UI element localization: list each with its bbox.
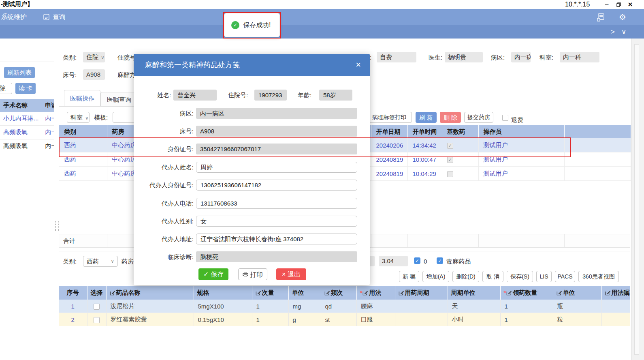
surgery-dept: 内一 — [42, 139, 54, 153]
minimize-button[interactable]: – — [602, 0, 612, 9]
surgery-row[interactable]: 小儿内耳淋... 内一 — [0, 112, 54, 126]
bottom-category-label: 类别: — [63, 256, 77, 267]
agent-name-input[interactable]: 周婷 — [196, 162, 357, 173]
right-gutter — [631, 39, 644, 360]
chevron-right-icon[interactable]: > — [611, 25, 615, 39]
drug-qty[interactable]: 1 — [500, 313, 553, 326]
order-operator: 测试用户 — [478, 138, 564, 152]
order-category[interactable]: 西药 — [59, 167, 107, 181]
chevron-down-icon[interactable]: ∨ — [621, 25, 626, 39]
delete-button[interactable]: 删 除 — [440, 112, 461, 123]
drug-freq[interactable]: st — [321, 313, 356, 326]
discharge-button-partial[interactable]: 院 — [0, 83, 12, 94]
edit-icon — [256, 290, 261, 297]
drug-dose[interactable]: 1 — [252, 313, 288, 326]
required-asterisk: * — [360, 289, 363, 296]
col-empty — [564, 125, 631, 138]
order-category[interactable]: 西药 — [59, 138, 107, 152]
modal-close-icon[interactable]: × — [356, 54, 361, 76]
drug-usage[interactable]: 腰麻 — [356, 300, 395, 313]
drug-usage-note[interactable] — [601, 313, 630, 326]
drug-name[interactable]: 泼尼松片 — [106, 300, 194, 313]
gear-icon[interactable]: ⚙ — [619, 9, 626, 25]
modal-print-button[interactable]: 打印 — [238, 268, 267, 280]
menu-query[interactable]: 查询 — [53, 9, 66, 25]
drug-cycle[interactable] — [395, 300, 448, 313]
category-select[interactable]: 住院∨ — [83, 52, 105, 62]
dropdown-icon: ∨ — [111, 256, 114, 266]
order-category[interactable]: 西药 — [59, 152, 107, 167]
drug-qty[interactable]: 1 — [500, 300, 553, 313]
narcotic-checkbox[interactable]: ✓ — [437, 257, 443, 264]
drug-name[interactable]: 罗红霉素胶囊 — [106, 313, 194, 326]
age-label: 年龄: — [298, 90, 311, 101]
col-seq: 序号 — [59, 286, 87, 300]
modal-header[interactable]: 麻醉和第一类精神药品处方笺 × — [134, 54, 370, 76]
drug-freq[interactable]: qd — [321, 300, 356, 313]
drug-qty-unit[interactable]: 瓶 — [553, 300, 601, 313]
anesthesia-label: 麻醉方 — [117, 69, 136, 80]
refresh-button[interactable]: 刷 新 — [416, 112, 437, 123]
new-order-button[interactable]: 新 嘱 — [399, 271, 419, 282]
col-qty-unit: 单位 — [553, 286, 601, 300]
drug-cycle[interactable] — [395, 313, 448, 326]
bottom-category-select[interactable]: 西药∨ — [83, 256, 118, 267]
surgery-row[interactable]: 高频吸氧 内一 — [0, 139, 54, 153]
agent-address-label: 代办人地址: — [134, 234, 194, 244]
refund-checkbox[interactable]: ✓ — [502, 115, 508, 121]
edit-icon — [399, 290, 404, 297]
drug-row[interactable]: 1 ✓ 泼尼松片 5mgX100 1 mg qd 腰麻 天 1 瓶 — [59, 300, 630, 313]
add-button[interactable]: 增加(A) — [422, 271, 449, 282]
surgery-row[interactable]: 高频吸氧 内一 — [0, 126, 54, 139]
close-window-button[interactable]: × — [625, 0, 635, 9]
ward-label: 病区: — [491, 52, 505, 63]
panel-splitter[interactable] — [55, 221, 59, 231]
menu-system-maintenance[interactable]: 系统维护 — [1, 9, 27, 25]
zero-checkbox[interactable]: ✓ — [414, 257, 420, 264]
total-label: 合计 — [63, 234, 75, 247]
edit-icon — [605, 290, 610, 297]
vertical-scrollbar[interactable] — [634, 44, 639, 355]
base-drug-checkbox[interactable]: ✓ — [447, 143, 453, 149]
base-drug-checkbox[interactable]: ✓ — [447, 171, 453, 177]
drug-usage-note[interactable] — [601, 300, 630, 313]
modal-exit-button[interactable]: × 退出 — [276, 268, 306, 280]
inpatient-no-label: 住院号 — [117, 52, 136, 63]
drug-dose[interactable]: 1 — [252, 300, 288, 313]
drug-spec: 0.15gX10 — [194, 313, 252, 326]
patient360-button[interactable]: 360患者视图 — [578, 271, 619, 282]
refresh-list-button[interactable]: 刷新列表 — [4, 67, 35, 78]
drug-select-checkbox[interactable]: ✓ — [94, 304, 100, 310]
cancel-button[interactable]: 取 消 — [482, 271, 503, 282]
dept-filter-select[interactable]: 科室∨ — [67, 112, 90, 123]
drug-select-checkbox[interactable]: ✓ — [94, 317, 100, 323]
pathology-label-print-button[interactable]: 病理标签打印 — [367, 112, 412, 123]
surgery-name[interactable]: 高频吸氧 — [0, 139, 42, 153]
surgery-name[interactable]: 小儿内耳淋... — [0, 112, 42, 126]
agent-address-input[interactable]: 辽宁省沈阳市六枝特长春街r座 374082 — [196, 234, 357, 244]
drug-unit: g — [288, 313, 321, 326]
agent-gender-input[interactable]: 女 — [196, 216, 357, 227]
drug-qty-unit[interactable]: 粒 — [553, 313, 601, 326]
tab-order-operation[interactable]: 医嘱操作 — [64, 90, 100, 106]
drug-usage[interactable]: 口服 — [356, 313, 395, 326]
agent-id-input[interactable]: 130625193606147182 — [196, 180, 357, 191]
agent-phone-input[interactable]: 13117608633 — [196, 198, 357, 209]
surgery-name[interactable]: 高频吸氧 — [0, 126, 42, 139]
col-base-drug: 基数药 — [442, 125, 478, 138]
document-pen-icon[interactable] — [596, 13, 605, 22]
tab-order-query[interactable]: 医嘱查询 — [100, 92, 138, 106]
read-card-button[interactable]: 读 卡 — [15, 83, 36, 94]
drug-row[interactable]: 2 ✓ 罗红霉素胶囊 0.15gX10 1 g st 口服 小时 1 粒 — [59, 313, 630, 326]
drug-seq: 2 — [59, 313, 87, 326]
agent-gender-label: 代办人性别: — [134, 216, 194, 227]
base-drug-checkbox[interactable]: ✓ — [447, 157, 453, 163]
save-order-button[interactable]: 保存(S) — [507, 271, 533, 282]
pacs-button[interactable]: PACS — [555, 271, 575, 282]
submit-pharmacy-button[interactable]: 提交药房 — [464, 112, 493, 123]
restore-button[interactable] — [614, 0, 623, 9]
modal-save-button[interactable]: ✓ 保存 — [198, 268, 228, 280]
delete-order-button[interactable]: 删除(D) — [452, 271, 479, 282]
lis-button[interactable]: LIS — [536, 271, 552, 282]
amount-field: 3.04 — [379, 256, 408, 266]
